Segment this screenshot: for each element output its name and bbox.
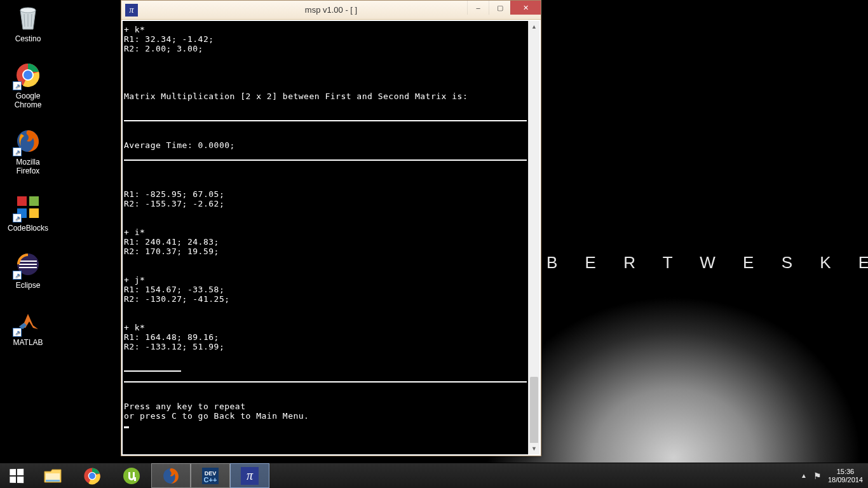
app-window-msp: π msp v1.00 - [ ] – ▢ ✕ + k* R1: 32.34; …	[121, 0, 541, 456]
svg-rect-11	[19, 264, 37, 265]
wallpaper-text: B E R T W E S K E R	[546, 253, 868, 273]
console-line: Press any key to repeat or press C to go…	[124, 402, 309, 421]
svg-rect-5	[17, 196, 27, 206]
desktop-icon-label: Cestino	[15, 34, 41, 43]
console-hr	[124, 370, 181, 372]
taskbar: DEV C++ π ▲ ⚑ 15:36 18/09/2014	[0, 463, 868, 488]
tray-time: 15:36	[828, 468, 863, 476]
svg-rect-14	[46, 480, 60, 482]
console-line: R1: -825.95; 67.05; R2: -155.37; -2.62;	[124, 189, 224, 208]
taskbar-item-explorer[interactable]	[33, 463, 72, 488]
shortcut-arrow-icon: ↗	[13, 147, 22, 156]
console-line: + j* R1: 154.67; -33.58; R2: -130.27; -4…	[124, 275, 230, 304]
maximize-button[interactable]: ▢	[489, 1, 510, 15]
taskbar-item-chrome[interactable]	[72, 463, 112, 488]
desktop-icon-chrome[interactable]: ↗ Google Chrome	[4, 61, 52, 109]
minimize-button[interactable]: –	[467, 1, 489, 15]
action-center-icon[interactable]: ⚑	[813, 471, 822, 481]
console-line: + k* R1: 164.48; 89.16; R2: -133.12; 51.…	[124, 323, 224, 351]
firefox-icon	[161, 466, 180, 485]
svg-rect-8	[29, 208, 39, 218]
titlebar[interactable]: π msp v1.00 - [ ] – ▢ ✕	[121, 1, 541, 20]
taskbar-items: DEV C++ π	[33, 463, 269, 488]
desktop-icon-label: MATLAB	[13, 338, 43, 347]
scroll-down-button[interactable]: ▼	[529, 443, 539, 454]
desktop-icon-eclipse[interactable]: ↗ Eclipse	[4, 250, 52, 290]
shortcut-arrow-icon: ↗	[13, 328, 22, 337]
console-line: + k* R1: 32.34; -1.42; R2: 2.00; 3.00;	[124, 25, 214, 53]
chrome-icon	[83, 466, 102, 485]
desktop-icon-label: CodeBlocks	[8, 224, 48, 233]
console-hr	[124, 381, 527, 383]
shortcut-arrow-icon: ↗	[13, 271, 22, 280]
eclipse-icon: ↗	[14, 250, 42, 278]
recycle-bin-icon	[14, 4, 42, 32]
taskbar-item-msp[interactable]: π	[230, 463, 269, 488]
scroll-up-button[interactable]: ▲	[529, 21, 539, 32]
console-line: Average Time: 0.0000;	[124, 140, 235, 150]
desktop-icon-recycle-bin[interactable]: Cestino	[4, 4, 52, 43]
desktop-icon-label: Mozilla Firefox	[16, 158, 39, 175]
svg-point-18	[123, 468, 140, 484]
taskbar-item-firefox[interactable]	[151, 463, 191, 488]
window-controls: – ▢ ✕	[467, 1, 541, 15]
taskbar-item-utorrent[interactable]	[112, 463, 151, 488]
desktop-icon-label: Google Chrome	[15, 92, 42, 109]
desktop-icons: Cestino ↗ Google Chrome ↗ Mozilla Firefo…	[4, 4, 52, 347]
console-hr	[124, 120, 527, 121]
console-line: Matrix Multiplication [2 x 2] between Fi…	[124, 92, 468, 101]
close-button[interactable]: ✕	[510, 1, 541, 15]
devcpp-icon: DEV C++	[201, 466, 220, 485]
svg-rect-10	[19, 261, 37, 262]
app-pi-icon: π	[240, 466, 259, 485]
tray-clock[interactable]: 15:36 18/09/2014	[828, 468, 863, 484]
matlab-icon: ↗	[14, 308, 42, 336]
utorrent-icon	[122, 466, 141, 485]
svg-text:C++: C++	[204, 476, 217, 484]
console-line: + i* R1: 240.41; 24.83; R2: 170.37; 19.5…	[124, 227, 219, 256]
svg-text:π: π	[247, 468, 254, 482]
system-tray: ▲ ⚑ 15:36 18/09/2014	[801, 463, 868, 488]
console-scrollbar[interactable]: ▲ ▼	[528, 21, 539, 454]
console-hr	[124, 159, 527, 161]
shortcut-arrow-icon: ↗	[13, 81, 22, 90]
desktop-icon-firefox[interactable]: ↗ Mozilla Firefox	[4, 127, 52, 175]
windows-logo-icon	[10, 468, 24, 483]
console-cursor	[124, 426, 129, 428]
console-output[interactable]: + k* R1: 32.34; -1.42; R2: 2.00; 3.00; M…	[123, 21, 528, 454]
svg-point-0	[20, 8, 36, 13]
tray-date: 18/09/2014	[828, 476, 863, 484]
tray-overflow-button[interactable]: ▲	[801, 472, 807, 479]
firefox-icon: ↗	[14, 127, 42, 155]
svg-rect-12	[19, 267, 37, 268]
file-explorer-icon	[43, 466, 62, 485]
chrome-icon: ↗	[14, 61, 42, 89]
svg-rect-6	[29, 196, 39, 206]
desktop-icon-codeblocks[interactable]: ↗ CodeBlocks	[4, 193, 52, 233]
desktop-icon-matlab[interactable]: ↗ MATLAB	[4, 308, 52, 347]
start-button[interactable]	[0, 463, 33, 488]
svg-point-3	[24, 71, 32, 79]
console-area: + k* R1: 32.34; -1.42; R2: 2.00; 3.00; M…	[121, 20, 541, 456]
app-pi-icon: π	[125, 4, 138, 17]
scroll-thumb[interactable]	[530, 377, 538, 447]
taskbar-item-devcpp[interactable]: DEV C++	[191, 463, 230, 488]
desktop-icon-label: Eclipse	[16, 281, 41, 290]
svg-rect-19	[134, 477, 136, 481]
svg-point-17	[89, 473, 95, 479]
codeblocks-icon: ↗	[14, 193, 42, 221]
shortcut-arrow-icon: ↗	[13, 214, 22, 222]
